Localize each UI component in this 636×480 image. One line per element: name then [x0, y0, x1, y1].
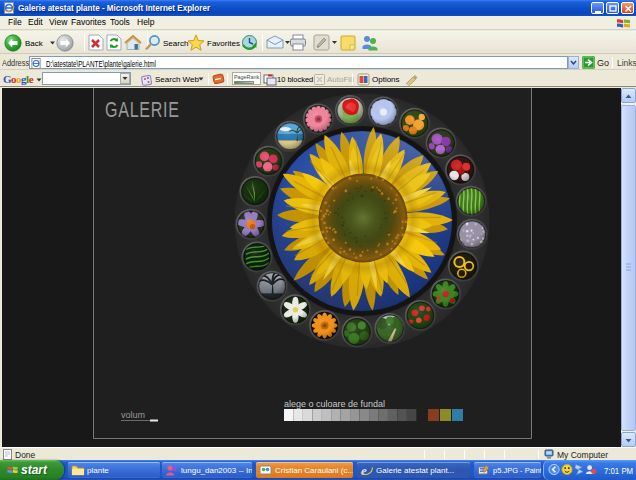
svg-text:volum: volum [121, 410, 145, 420]
svg-text:alege o culoare de fundal: alege o culoare de fundal [284, 399, 385, 409]
svg-text:GALERIE: GALERIE [105, 98, 180, 122]
